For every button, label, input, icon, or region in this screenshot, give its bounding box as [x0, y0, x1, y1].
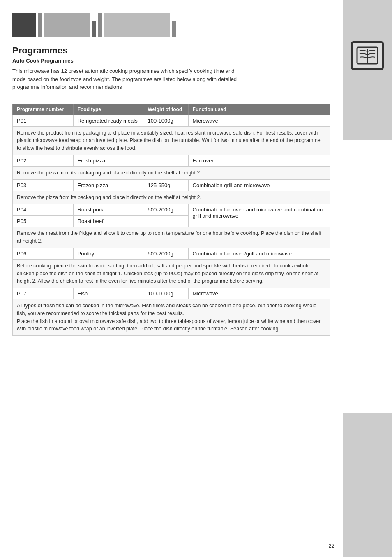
header-sq-1 [12, 13, 36, 37]
right-sidebar-bottom [343, 413, 392, 557]
note-cell: Remove the pizza from its packaging and … [13, 166, 330, 179]
section-subtitle: Auto Cook Programmes [12, 58, 330, 64]
food-type: Fish [73, 288, 143, 299]
note-cell: Before cooking, pierce the skin to avoid… [13, 259, 330, 288]
function-used: Combination fan oven and microwave and c… [188, 204, 330, 227]
book-icon [351, 41, 384, 70]
col-header-food: Food type [73, 104, 143, 115]
weight: 100-1000g [143, 288, 188, 299]
table-row: P03Frozen pizza125-650gCombination grill… [13, 179, 330, 191]
table-note-row: Remove the meat from the fridge and allo… [13, 227, 330, 248]
page-number: 22 [329, 543, 334, 549]
col-header-function: Function used [188, 104, 330, 115]
intro-text: This microwave has 12 preset automatic c… [12, 67, 242, 91]
note-cell: Remove the pizza from its packaging and … [13, 191, 330, 204]
header-sq-5 [98, 13, 102, 37]
header-sq-3 [44, 13, 90, 37]
table-row: P07Fish100-1000gMicrowave [13, 288, 330, 299]
page-title: Programmes [12, 45, 330, 56]
weight [143, 155, 188, 166]
programme-number: P03 [13, 179, 74, 191]
note-cell: All types of fresh fish can be cooked in… [13, 299, 330, 336]
table-row: P01Refrigerated ready meals100-1000gMicr… [13, 115, 330, 126]
food-type: Roast beef [73, 216, 143, 227]
weight: 125-650g [143, 179, 188, 191]
table-header-row: Programme number Food type Weight of foo… [13, 104, 330, 115]
header-sq-4 [92, 21, 96, 37]
function-used: Microwave [188, 115, 330, 126]
book-svg [356, 46, 378, 65]
food-type: Roast pork [73, 204, 143, 216]
main-content: Programmes Auto Cook Programmes This mic… [0, 37, 343, 344]
table-note-row: Before cooking, pierce the skin to avoid… [13, 259, 330, 288]
note-cell: Remove the meat from the fridge and allo… [13, 227, 330, 248]
function-used: Microwave [188, 288, 330, 299]
header-sq-7 [172, 21, 176, 37]
table-note-row: Remove the pizza from its packaging and … [13, 166, 330, 179]
function-used: Combination grill and microwave [188, 179, 330, 191]
programme-number: P06 [13, 248, 74, 259]
weight: 500-2000g [143, 204, 188, 216]
table-row: P02Fresh pizzaFan oven [13, 155, 330, 166]
programme-number: P07 [13, 288, 74, 299]
weight [143, 216, 188, 227]
programme-number: P04 [13, 204, 74, 216]
food-type: Frozen pizza [73, 179, 143, 191]
programme-number: P02 [13, 155, 74, 166]
table-row: P04Roast pork500-2000gCombination fan ov… [13, 204, 330, 216]
table-row: P06Poultry500-2000gCombination fan oven/… [13, 248, 330, 259]
col-header-weight: Weight of food [143, 104, 188, 115]
table-note-row: Remove the pizza from its packaging and … [13, 191, 330, 204]
function-used: Combination fan oven/grill and microwave [188, 248, 330, 259]
table-note-row: Remove the product from its packaging an… [13, 126, 330, 155]
programme-number: P05 [13, 216, 74, 227]
programme-number: P01 [13, 115, 74, 126]
weight: 100-1000g [143, 115, 188, 126]
programmes-table: Programme number Food type Weight of foo… [12, 104, 330, 336]
food-type: Refrigerated ready meals [73, 115, 143, 126]
right-sidebar-top [343, 0, 392, 140]
header-sq-2 [38, 13, 42, 37]
note-cell: Remove the product from its packaging an… [13, 126, 330, 155]
weight: 500-2000g [143, 248, 188, 259]
food-type: Poultry [73, 248, 143, 259]
table-note-row: All types of fresh fish can be cooked in… [13, 299, 330, 336]
header-bar [0, 0, 392, 37]
food-type: Fresh pizza [73, 155, 143, 166]
col-header-programme: Programme number [13, 104, 74, 115]
header-sq-6 [104, 13, 170, 37]
function-used: Fan oven [188, 155, 330, 166]
